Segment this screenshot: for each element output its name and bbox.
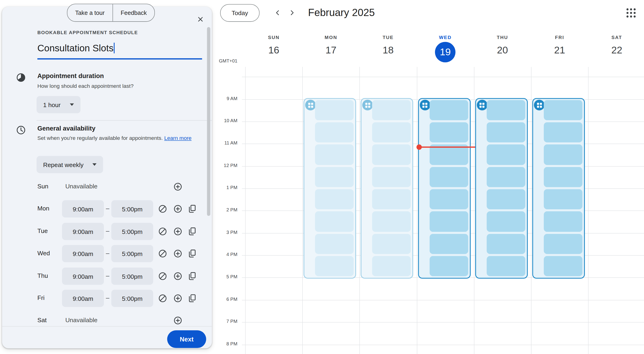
recurrence-select[interactable]: Repeat weekly [36,156,103,173]
end-time-button[interactable]: 5:00pm [111,245,153,262]
date-number[interactable]: 18 [371,43,405,58]
availability-block-fri[interactable] [532,98,585,279]
day-header-thu[interactable]: THU 20 [485,35,520,57]
appointment-slot[interactable] [486,122,525,142]
appointment-slot[interactable] [315,256,354,276]
availability-block-thu[interactable] [475,98,528,279]
add-interval-button[interactable] [173,182,183,192]
day-header-mon[interactable]: MON 17 [314,35,348,57]
day-header-fri[interactable]: FRI 21 [542,35,577,57]
appointment-slot[interactable] [372,167,411,187]
date-number[interactable]: 22 [600,43,634,58]
start-time-button[interactable]: 9:00am [62,290,104,307]
close-button[interactable] [194,13,207,25]
date-number[interactable]: 21 [542,43,577,58]
set-unavailable-button[interactable] [158,227,168,236]
appointment-slot[interactable] [544,144,582,165]
duration-select[interactable]: 1 hour [36,96,80,113]
appointment-slot[interactable] [544,122,582,142]
date-number[interactable]: 20 [485,43,520,58]
day-header-sun[interactable]: SUN 16 [256,35,291,57]
add-interval-button[interactable] [173,227,183,236]
appointment-slot[interactable] [372,211,411,232]
add-interval-button[interactable] [173,271,183,281]
appointment-slot[interactable] [430,211,468,232]
end-time-button[interactable]: 5:00pm [111,290,153,307]
end-time-button[interactable]: 5:00pm [111,268,153,285]
appointment-slot[interactable] [430,144,468,165]
appointment-slot[interactable] [430,189,468,209]
appointment-slot[interactable] [430,167,468,187]
learn-more-link[interactable]: Learn more [164,135,191,141]
appointment-slot[interactable] [372,100,411,120]
next-button[interactable]: Next [167,330,206,348]
feedback-button[interactable]: Feedback [112,4,154,21]
appointment-slot[interactable] [544,211,582,232]
end-time-button[interactable]: 5:00pm [111,223,153,240]
take-a-tour-button[interactable]: Take a tour [68,4,112,21]
appointment-slot[interactable] [486,189,525,209]
availability-block-tue[interactable] [361,98,413,279]
appointment-slot[interactable] [430,100,468,120]
date-number[interactable]: 17 [314,43,348,58]
today-button[interactable]: Today [220,4,260,22]
previous-week-button[interactable] [272,7,283,18]
set-unavailable-button[interactable] [158,204,168,214]
add-interval-button[interactable] [173,293,183,303]
start-time-button[interactable]: 9:00am [62,223,104,240]
appointment-slot[interactable] [544,189,582,209]
grid-dot [630,11,632,14]
appointment-slot[interactable] [430,256,468,276]
appointment-slot[interactable] [372,256,411,276]
set-unavailable-button[interactable] [158,249,168,259]
appointment-slot[interactable] [315,211,354,232]
appointment-slot[interactable] [372,189,411,209]
schedule-title-input[interactable]: Consultation Slots [38,43,202,54]
appointment-slot[interactable] [315,100,354,120]
date-number[interactable]: 16 [256,43,291,58]
add-interval-button[interactable] [173,249,183,259]
appointment-slot[interactable] [486,100,525,120]
copy-time-to-all-button[interactable] [188,204,197,214]
appointment-slot[interactable] [486,256,525,276]
appointment-slot[interactable] [486,234,525,254]
day-header-tue[interactable]: TUE 18 [371,35,405,57]
add-interval-button[interactable] [173,316,183,326]
copy-time-to-all-button[interactable] [188,227,197,236]
availability-block-mon[interactable] [304,98,356,279]
add-interval-button[interactable] [173,204,183,214]
start-time-button[interactable]: 9:00am [62,200,104,217]
appointment-slot[interactable] [372,144,411,165]
availability-block-wed[interactable] [418,98,470,279]
set-unavailable-button[interactable] [158,293,168,303]
appointment-slot[interactable] [430,122,468,142]
appointment-slot[interactable] [544,234,582,254]
appointment-slot[interactable] [315,189,354,209]
appointment-slot[interactable] [544,167,582,187]
appointment-slot[interactable] [315,122,354,142]
appointment-slot[interactable] [544,256,582,276]
appointment-slot[interactable] [486,211,525,232]
appointment-slot[interactable] [486,144,525,165]
set-unavailable-button[interactable] [158,271,168,281]
appointment-slot[interactable] [486,167,525,187]
today-date-badge[interactable]: 19 [435,42,456,62]
appointment-slot[interactable] [315,144,354,165]
end-time-button[interactable]: 5:00pm [111,200,153,217]
day-header-wed-today[interactable]: WED 19 [428,35,462,62]
start-time-button[interactable]: 9:00am [62,245,104,262]
day-header-sat[interactable]: SAT 22 [600,35,634,57]
panel-scrollbar[interactable] [207,27,210,216]
copy-time-to-all-button[interactable] [188,271,197,281]
copy-time-to-all-button[interactable] [188,249,197,259]
appointment-slot[interactable] [544,100,582,120]
appointment-slot[interactable] [315,167,354,187]
appointment-slot[interactable] [315,234,354,254]
google-apps-grid-icon[interactable] [626,8,636,17]
copy-time-to-all-button[interactable] [188,293,197,303]
appointment-slot[interactable] [372,234,411,254]
start-time-button[interactable]: 9:00am [62,268,104,285]
appointment-slot[interactable] [430,234,468,254]
appointment-slot[interactable] [372,122,411,142]
next-week-button[interactable] [286,7,298,18]
